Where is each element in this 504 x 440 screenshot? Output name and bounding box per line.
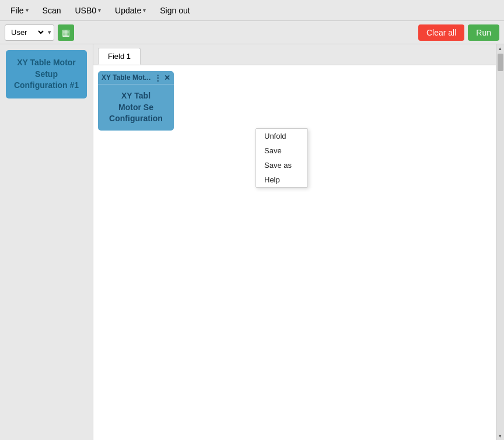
context-menu-unfold[interactable]: Unfold	[256, 129, 307, 143]
menu-file[interactable]: File ▾	[5, 3, 34, 17]
menu-update[interactable]: Update ▾	[109, 3, 152, 17]
sidebar: XY Table Motor Setup Configuration #1	[0, 44, 93, 440]
user-select-wrap: User Admin ▾	[5, 24, 54, 41]
field-tabs: Field 1	[93, 44, 496, 65]
usb0-arrow-icon: ▾	[98, 7, 101, 13]
update-arrow-icon: ▾	[143, 7, 146, 13]
field-card-body: XY Tabl Motor Se Configuration	[98, 85, 174, 131]
field-content[interactable]: XY Table Mot... ⋮ ✕ XY Tabl Motor Se Con…	[93, 65, 496, 440]
field-card-title: XY Table Mot...	[102, 73, 154, 82]
field-card-xy-table[interactable]: XY Table Mot... ⋮ ✕ XY Tabl Motor Se Con…	[98, 71, 174, 131]
run-button[interactable]: Run	[468, 24, 499, 41]
field-area: Field 1 XY Table Mot... ⋮ ✕ XY Tabl Moto…	[93, 44, 496, 440]
menu-bar: File ▾ Scan USB0 ▾ Update ▾ Sign out	[0, 0, 504, 21]
scroll-down-arrow[interactable]: ▾	[496, 432, 505, 440]
context-menu: Unfold Save Save as Help	[256, 128, 308, 188]
tab-field1[interactable]: Field 1	[98, 48, 141, 65]
user-select[interactable]: User Admin	[5, 26, 46, 38]
field-card-close-icon[interactable]: ✕	[164, 74, 170, 82]
clear-all-button[interactable]: Clear all	[418, 24, 464, 41]
menu-signout[interactable]: Sign out	[154, 3, 195, 17]
scroll-up-arrow[interactable]: ▴	[496, 44, 505, 52]
field-card-header: XY Table Mot... ⋮ ✕	[98, 71, 174, 85]
file-arrow-icon: ▾	[26, 7, 29, 13]
main-layout: XY Table Motor Setup Configuration #1 Fi…	[0, 44, 504, 440]
context-menu-save[interactable]: Save	[256, 143, 307, 158]
menu-scan[interactable]: Scan	[37, 3, 67, 17]
toolbar: User Admin ▾ ▦ Clear all Run	[0, 21, 504, 44]
menu-usb0[interactable]: USB0 ▾	[69, 3, 107, 17]
scroll-thumb[interactable]	[498, 54, 503, 71]
context-menu-save-as[interactable]: Save as	[256, 158, 307, 173]
sidebar-card-xy-table[interactable]: XY Table Motor Setup Configuration #1	[6, 50, 87, 98]
context-menu-help[interactable]: Help	[256, 173, 307, 187]
grid-icon: ▦	[62, 27, 70, 38]
field-card-menu-icon[interactable]: ⋮	[154, 74, 162, 82]
field-card-icons: ⋮ ✕	[154, 74, 170, 82]
right-scrollbar: ▴ ▾	[496, 44, 504, 440]
user-select-arrow-icon: ▾	[46, 29, 54, 36]
add-field-button[interactable]: ▦	[58, 24, 74, 41]
